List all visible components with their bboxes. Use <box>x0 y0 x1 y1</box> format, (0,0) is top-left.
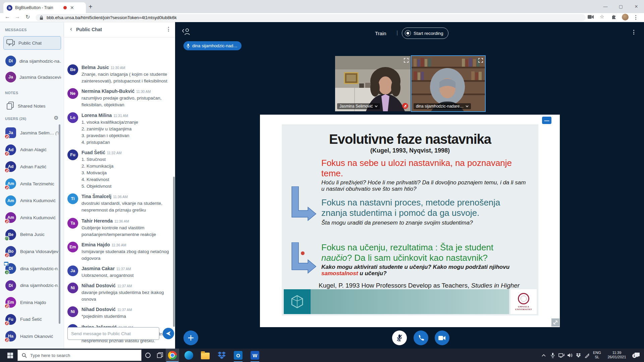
sidebar-item-chat-dina[interactable]: Di dina sijamhodzic-na… <box>3 54 61 68</box>
window-maximize-button[interactable]: ▢ <box>613 0 629 13</box>
user-name: Amila Terzimehic <box>20 181 54 186</box>
start-button[interactable] <box>4 349 16 362</box>
user-row[interactable]: Bo <box>0 243 58 260</box>
chat-message: Ni Nihad Dostović11:37 AM *pojedinim stu… <box>67 306 171 320</box>
tab-title: BigBlueButton - Train <box>15 5 62 10</box>
chat-message: Fu Fuad Šetić11:32 AM 1. Stručnost 2. Ko… <box>67 149 171 190</box>
user-row[interactable]: Em <box>0 294 58 311</box>
user-row[interactable]: Ad <box>0 158 58 175</box>
reload-icon[interactable]: ↻ <box>25 14 30 20</box>
webcam-jasmina[interactable]: Jasmina Selimović <box>335 56 411 111</box>
talking-indicator[interactable]: dina sijamhodzic-nad… <box>183 41 241 50</box>
taskbar-file-explorer-icon[interactable] <box>200 349 211 362</box>
tray-chevron-up-icon[interactable] <box>540 349 548 362</box>
muted-mic-badge <box>4 304 9 309</box>
chat-header: ‹ Public Chat <box>64 22 175 37</box>
camera-in-use-icon[interactable] <box>588 14 594 20</box>
slide[interactable]: Evolutivne faze nastavnika (Kugel, 1993,… <box>282 124 538 315</box>
user-row[interactable]: Di <box>0 260 58 277</box>
cortana-icon[interactable] <box>142 349 154 362</box>
mic-icon <box>186 44 190 48</box>
send-message-button[interactable] <box>163 328 174 339</box>
user-row[interactable]: Ha <box>0 328 58 345</box>
window-close-button[interactable]: ✕ <box>629 0 644 13</box>
user-name: Jasmina Selim… (You) <box>20 130 58 135</box>
avatar: Fu <box>67 149 78 160</box>
browser-tab[interactable]: b BigBlueButton - Train ✕ <box>3 2 86 13</box>
user-row[interactable]: Fu <box>0 311 58 328</box>
chat-message: Ta Tahir Herenda11:36 AM Gubljenje kontr… <box>67 218 171 238</box>
action-center-icon[interactable]: 1 <box>632 349 642 362</box>
new-tab-button[interactable]: + <box>89 3 93 10</box>
user-row[interactable]: Ja <box>0 124 58 141</box>
userlist-scrollbar[interactable] <box>59 124 60 324</box>
user-row[interactable]: Am <box>0 209 58 226</box>
browser-tabstrip: b BigBlueButton - Train ✕ + — ▢ ✕ <box>0 0 644 13</box>
message-text: razumljivo predaje gradivo, pristupačan,… <box>82 95 170 108</box>
taskbar-word-icon[interactable]: W <box>249 349 261 362</box>
mute-toggle-button[interactable] <box>392 330 407 345</box>
window-minimize-button[interactable]: — <box>598 0 613 13</box>
sidebar-item-shared-notes[interactable]: Shared Notes <box>3 99 61 113</box>
message-time: 11:32 AM <box>107 151 122 155</box>
tray-language-indicator[interactable]: ENGSL <box>593 351 601 359</box>
webcam-dina[interactable]: dina sijamhodzic-nadare… <box>412 56 485 111</box>
hide-userlist-person-icon[interactable] <box>182 27 191 37</box>
users-settings-gear-icon[interactable]: ⚙ <box>54 115 58 121</box>
avatar: Ni <box>67 283 78 293</box>
tab-close-icon[interactable]: ✕ <box>70 5 74 10</box>
tray-clock[interactable]: 11:3926/01/2021 <box>606 351 627 359</box>
taskbar-edge-icon[interactable] <box>183 349 195 362</box>
chat-message: Ne Nermina Klapuh-Bukvić11:30 AM razumlj… <box>67 88 171 108</box>
tray-dropbox-icon[interactable] <box>574 349 582 362</box>
chat-scrollbar[interactable] <box>173 177 175 327</box>
profile-avatar[interactable] <box>622 14 629 20</box>
webcam-name-label[interactable]: Jasmina Selimović <box>337 103 380 109</box>
tray-speaker-icon[interactable] <box>566 349 574 362</box>
start-recording-button[interactable]: Start recording <box>402 27 448 39</box>
webcam-name-label[interactable]: dina sijamhodzic-nadare… <box>414 103 471 109</box>
taskbar-outlook-icon[interactable]: O <box>232 349 244 362</box>
cube-logo <box>284 289 311 314</box>
message-text: *pojedinim studentima <box>82 313 170 320</box>
stage-options-icon[interactable] <box>633 30 634 35</box>
webcam-toggle-button[interactable] <box>435 330 449 345</box>
user-row[interactable]: Be <box>0 226 58 243</box>
taskbar-chrome-icon[interactable] <box>166 349 179 362</box>
taskbar-search-box[interactable]: Type here to search <box>17 350 142 361</box>
tray-pen-icon[interactable] <box>583 349 591 362</box>
actions-plus-button[interactable] <box>183 330 198 345</box>
user-row[interactable]: Ad <box>0 141 58 159</box>
back-icon[interactable]: ← <box>5 14 10 20</box>
screenshare-icon <box>4 261 9 266</box>
forward-icon[interactable]: → <box>15 14 20 20</box>
chat-message-input[interactable] <box>67 327 159 340</box>
minimize-presentation-button[interactable]: — <box>542 117 551 124</box>
chat-options-icon[interactable] <box>168 27 169 32</box>
avatar: Ne <box>67 88 78 99</box>
tray-microphone-icon[interactable] <box>549 349 557 362</box>
avatar: Ja <box>5 72 16 82</box>
user-row[interactable]: Am <box>0 192 58 209</box>
extensions-icon[interactable] <box>611 14 616 21</box>
sidebar-item-public-chat[interactable]: Public Chat <box>3 36 61 50</box>
browser-menu-icon[interactable] <box>635 15 636 20</box>
task-view-icon[interactable] <box>154 349 166 362</box>
resize-presentation-handle[interactable] <box>551 318 559 326</box>
user-row[interactable]: Am <box>0 175 58 192</box>
bookmark-star-icon[interactable]: ☆ <box>600 14 604 20</box>
chat-back-chevron-icon[interactable]: ‹ <box>70 25 72 33</box>
user-name: Belma Jusic <box>20 232 45 237</box>
leave-audio-button[interactable] <box>414 330 428 345</box>
fullscreen-icon[interactable] <box>478 58 483 64</box>
slide-title: Evolutivne faze nastavnika <box>282 132 538 147</box>
avatar: Be <box>5 229 16 240</box>
fullscreen-icon[interactable] <box>404 58 409 64</box>
bbb-favicon: b <box>7 5 12 11</box>
taskbar-dropbox-icon[interactable] <box>216 349 227 362</box>
screen: b BigBlueButton - Train ✕ + — ▢ ✕ ← → ↻ … <box>0 0 644 362</box>
user-row[interactable]: Di <box>0 277 58 294</box>
url-bar[interactable]: bbb.efsa.unsa.ba/html5client/join?sessio… <box>36 14 586 21</box>
sidebar-item-chat-jasmina[interactable]: Ja Jasmina Gradascevic… <box>3 70 61 84</box>
tray-network-icon[interactable] <box>557 349 566 362</box>
